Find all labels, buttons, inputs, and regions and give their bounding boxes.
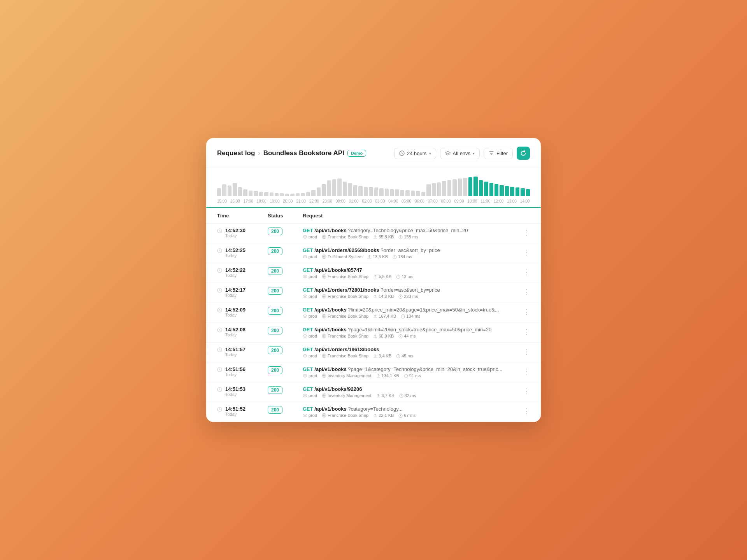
table-row[interactable]: 14:52:30 Today 200 GET /api/v1/books ?ca… <box>206 224 541 243</box>
table-row[interactable]: 14:51:56 Today 200 GET /api/v1/books ?pa… <box>206 362 541 382</box>
stack-icon <box>303 234 307 239</box>
size-item: 134,1 KB <box>376 373 399 378</box>
request-query: ?order=asc&sort_by=price <box>381 287 440 293</box>
size-item: 14,2 KB <box>373 294 394 299</box>
table-row[interactable]: 14:51:57 Today 200 GET /api/v1/orders/19… <box>206 343 541 362</box>
globe-icon <box>322 254 326 259</box>
time-label: 15:00 <box>217 199 227 203</box>
time-main: 14:52:09 <box>225 307 245 313</box>
table-row[interactable]: 14:52:22 Today 200 GET /api/v1/books/857… <box>206 263 541 283</box>
size-item: 3,4 KB <box>373 354 391 358</box>
time-label: 20:00 <box>283 199 293 203</box>
time-label: 05:00 <box>402 199 411 203</box>
time-cell: 14:52:22 Today <box>217 267 268 278</box>
request-meta: prod Franchise Book Shop 5,5 KB <box>303 274 518 279</box>
request-cell: GET /api/v1/books/92206 prod <box>303 386 518 398</box>
time-label: 14:00 <box>520 199 530 203</box>
method-label: GET <box>303 247 313 253</box>
env-item: prod <box>303 354 317 358</box>
duration-item: 104 ms <box>401 314 420 318</box>
more-button[interactable]: ⋮ <box>518 307 530 316</box>
time-filter-button[interactable]: 24 hours ▾ <box>394 148 436 159</box>
timer-icon <box>398 294 403 299</box>
request-cell: GET /api/v1/books/85747 prod <box>303 267 518 279</box>
status-cell: 200 <box>268 386 303 394</box>
time-label: 19:00 <box>270 199 279 203</box>
refresh-button[interactable] <box>517 147 530 160</box>
table-row[interactable]: 14:52:09 Today 200 GET /api/v1/books ?li… <box>206 303 541 323</box>
env-filter-button[interactable]: All envs ▾ <box>440 148 480 159</box>
method-label: GET <box>303 346 313 352</box>
bar-item <box>516 187 519 196</box>
timer-icon <box>398 413 403 418</box>
time-sub: Today <box>225 392 245 397</box>
table-row[interactable]: 14:51:52 Today 200 GET /api/v1/books ?ca… <box>206 402 541 422</box>
table-row[interactable]: 14:52:17 Today 200 GET /api/v1/orders/72… <box>206 283 541 303</box>
svg-rect-15 <box>374 298 377 298</box>
time-label: 08:00 <box>441 199 451 203</box>
bar-item <box>343 182 347 196</box>
time-main: 14:52:30 <box>225 228 245 233</box>
table-row[interactable]: 14:52:25 Today 200 GET /api/v1/orders/62… <box>206 243 541 263</box>
duration-item: 13 ms <box>396 274 413 279</box>
request-path: /api/v1/books/92206 <box>314 386 362 392</box>
bar-item <box>228 186 231 196</box>
upload-icon <box>367 255 372 259</box>
bar-item <box>400 190 404 196</box>
duration-item: 82 ms <box>399 393 416 398</box>
breadcrumb-root[interactable]: Request log <box>217 149 255 157</box>
bar-item <box>259 192 263 196</box>
time-label: 23:00 <box>323 199 332 203</box>
layers-icon <box>445 150 451 156</box>
status-cell: 200 <box>268 267 303 275</box>
more-button[interactable]: ⋮ <box>518 386 530 396</box>
request-top: GET /api/v1/orders/19618/books <box>303 346 518 352</box>
table-row[interactable]: 14:51:53 Today 200 GET /api/v1/books/922… <box>206 382 541 402</box>
request-cell: GET /api/v1/books ?limit=20&price_min=20… <box>303 307 518 318</box>
bar-item <box>468 177 472 196</box>
more-button[interactable]: ⋮ <box>518 346 530 356</box>
bar-item <box>364 187 368 196</box>
more-button[interactable]: ⋮ <box>518 287 530 296</box>
clock-icon <box>217 268 222 273</box>
status-badge: 200 <box>268 228 282 235</box>
request-meta: prod Franchise Book Shop 3,4 KB <box>303 354 518 358</box>
globe-icon <box>322 334 326 338</box>
bar-item <box>463 178 467 196</box>
bar-item <box>306 192 310 196</box>
globe-icon <box>322 234 326 239</box>
clock-icon <box>217 248 222 253</box>
consumer-item: Franchise Book Shop <box>322 334 368 338</box>
request-top: GET /api/v1/orders/72801/books ?order=as… <box>303 287 518 293</box>
env-item: prod <box>303 373 317 378</box>
time-label: 02:00 <box>362 199 372 203</box>
more-button[interactable]: ⋮ <box>518 228 530 237</box>
consumer-item: Franchise Book Shop <box>322 274 368 279</box>
more-button[interactable]: ⋮ <box>518 247 530 257</box>
bar-item <box>421 192 425 196</box>
more-button[interactable]: ⋮ <box>518 366 530 376</box>
more-button[interactable]: ⋮ <box>518 327 530 336</box>
table-row[interactable]: 14:52:08 Today 200 GET /api/v1/books ?pa… <box>206 323 541 343</box>
clock-icon <box>217 407 222 412</box>
env-item: prod <box>303 314 317 318</box>
time-label: 00:00 <box>336 199 345 203</box>
more-button[interactable]: ⋮ <box>518 406 530 415</box>
time-label: 12:00 <box>494 199 503 203</box>
bar-item <box>458 178 462 196</box>
table-body: 14:52:30 Today 200 GET /api/v1/books ?ca… <box>206 224 541 422</box>
status-badge: 200 <box>268 346 282 354</box>
more-button[interactable]: ⋮ <box>518 267 530 276</box>
globe-icon <box>322 314 326 318</box>
status-badge: 200 <box>268 267 282 275</box>
method-label: GET <box>303 327 313 332</box>
timer-icon <box>396 275 400 279</box>
bar-item <box>275 193 279 196</box>
timer-icon <box>399 394 403 398</box>
request-cell: GET /api/v1/books ?page=1&limit=20&in_st… <box>303 327 518 338</box>
status-cell: 200 <box>268 228 303 235</box>
request-top: GET /api/v1/orders/62568/books ?order=as… <box>303 247 518 253</box>
request-query: ?page=1&limit=20&in_stock=true&price_max… <box>348 327 491 332</box>
filter-button[interactable]: Filter <box>484 148 513 159</box>
duration-item: 223 ms <box>398 294 418 299</box>
